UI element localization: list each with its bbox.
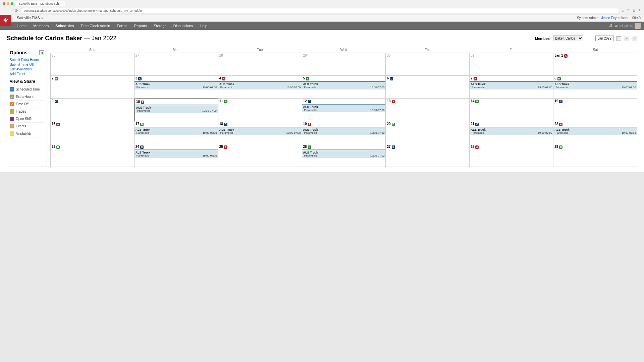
avatar[interactable]	[635, 23, 641, 29]
browser-tab[interactable]: Safeville EMS - Members Sch...	[15, 1, 65, 6]
calendar-cell[interactable]: 29	[302, 53, 386, 76]
shift-block[interactable]: ALS TruckParamedic19:00-07:00	[553, 81, 637, 89]
shift-block[interactable]: ALS TruckParamedic19:00-07:00	[218, 127, 302, 135]
calendar-cell[interactable]: 18CALS TruckParamedic19:00-07:00	[218, 121, 302, 144]
filter-checkbox[interactable]: ✓	[10, 95, 14, 99]
calendar-cell[interactable]: 27	[135, 53, 218, 76]
view-share-title: View & Share	[10, 79, 44, 84]
window-controls[interactable]	[3, 2, 13, 5]
admin-name-link[interactable]: Jesse Feyereisen	[601, 16, 628, 20]
filter-checkbox[interactable]: ✓	[10, 102, 14, 106]
calendar-cell[interactable]: 17BALS TruckParamedic19:00-07:00	[135, 121, 218, 144]
shift-block[interactable]: ALS TruckParamedic19:00-07:00	[302, 81, 386, 89]
shift-block[interactable]: ALS TruckParamedic19:00-07:00	[218, 81, 302, 89]
calendar-cell[interactable]: 21CALS TruckParamedic19:00-07:00	[470, 121, 553, 144]
next-month-button[interactable]: >	[632, 36, 637, 41]
nav-item-discussions[interactable]: Discussions	[170, 22, 197, 30]
calendar-cell[interactable]: 31	[470, 53, 553, 76]
shift-block[interactable]: ALS TruckParamedic19:00-07:00	[302, 149, 386, 158]
org-name[interactable]: Safeville EMS	[17, 16, 44, 20]
filter-checkbox[interactable]: ✓	[10, 109, 14, 114]
member-label: Member:	[535, 37, 550, 41]
calendar-cell[interactable]: 29B	[553, 144, 637, 167]
shift-block[interactable]: ALS TruckParamedic19:00-07:00	[470, 81, 553, 89]
url-bar[interactable]: secure11.aladtec.com/xxxxxxxxx/index.php…	[20, 8, 620, 13]
calendar-cell[interactable]: 28A	[470, 144, 553, 167]
nav-item-forms[interactable]: Forms	[113, 22, 130, 30]
option-link[interactable]: Submit Extra Hours	[10, 58, 44, 62]
option-link[interactable]: Edit Availability	[10, 67, 44, 71]
shift-block[interactable]: ALS TruckParamedic19:00-07:00	[135, 127, 218, 135]
calendar-cell[interactable]: 25A	[218, 144, 302, 167]
browser-toolbar-icons[interactable]: ☆⬚⧉⋮	[622, 9, 641, 13]
shift-block[interactable]: ALS TruckParamedic19:00-07:00	[302, 104, 386, 112]
brand-logo[interactable]	[0, 15, 11, 26]
shift-block[interactable]: ALS TruckParamedic19:00-07:00	[135, 105, 218, 113]
calendar-cell[interactable]: 10AALS TruckParamedic19:00-07:00	[135, 99, 218, 121]
member-select[interactable]: Baker, Carlos	[553, 36, 583, 41]
nav-item-storage[interactable]: Storage	[150, 22, 170, 30]
calendar-cell[interactable]: 26	[51, 53, 135, 76]
shift-detail: Paramedic19:00-07:00	[136, 86, 217, 89]
day-header: Tue	[218, 47, 302, 53]
nav-item-time-clock-admin[interactable]: Time Clock Admin	[77, 22, 113, 30]
filter-row[interactable]: ✓Events	[10, 123, 44, 130]
calendar-cell[interactable]: 5BALS TruckParamedic19:00-07:00	[302, 76, 386, 99]
calendar-cell[interactable]: 6C	[386, 76, 470, 99]
shift-block[interactable]: ALS TruckParamedic19:00-07:00	[470, 127, 553, 135]
calendar-cell[interactable]: 22AALS TruckParamedic19:00-07:00	[553, 121, 637, 144]
filter-checkbox[interactable]: ✓	[10, 124, 14, 128]
filter-row[interactable]: ✓Extra Hours	[10, 93, 44, 101]
calendar-cell[interactable]: 24CALS TruckParamedic19:00-07:00	[135, 144, 218, 167]
prev-month-button[interactable]: <	[624, 36, 629, 41]
filter-row[interactable]: ✓Time Off	[10, 101, 44, 108]
nav-item-help[interactable]: Help	[196, 22, 211, 30]
calendar-cell[interactable]: 16A	[51, 121, 135, 144]
calendar-cell[interactable]: 28	[218, 53, 302, 76]
filter-checkbox[interactable]: ✓	[10, 131, 14, 136]
filter-row[interactable]: ✓Availability	[10, 130, 44, 137]
filter-row[interactable]: ✓Scheduled Time	[10, 86, 44, 93]
calendar-cell[interactable]: 7AALS TruckParamedic19:00-07:00	[470, 76, 553, 99]
filter-row[interactable]: ✓Trades	[10, 108, 44, 115]
nav-item-reports[interactable]: Reports	[131, 22, 151, 30]
calendar-icon[interactable]	[616, 36, 621, 41]
calendar-cell[interactable]: 20B	[386, 121, 470, 144]
option-link[interactable]: Add Event	[10, 72, 44, 76]
nav-item-schedules[interactable]: Schedules	[52, 22, 77, 30]
shift-block[interactable]: ALS TruckParamedic19:00-07:00	[135, 149, 218, 158]
calendar-cell[interactable]: 4AALS TruckParamedic19:00-07:00	[218, 76, 302, 99]
filter-checkbox[interactable]	[10, 117, 14, 121]
shift-block[interactable]: ALS TruckParamedic19:00-07:00	[553, 127, 637, 135]
calendar-cell[interactable]: 27C	[386, 144, 470, 167]
print-icon[interactable]: 🖶	[609, 24, 613, 28]
calendar-cell[interactable]: 30	[386, 53, 470, 76]
calendar-cell[interactable]: 26BALS TruckParamedic19:00-07:00	[302, 144, 386, 167]
calendar-cell[interactable]: 15C	[553, 99, 637, 121]
refresh-icon[interactable]: ⟳	[15, 8, 18, 13]
calendar-cell[interactable]: 2B	[51, 76, 135, 99]
export-icon[interactable]: ⧉	[615, 24, 618, 28]
filter-checkbox[interactable]: ✓	[10, 87, 14, 92]
nav-item-members[interactable]: Members	[30, 22, 52, 30]
calendar-cell[interactable]: 12CALS TruckParamedic19:00-07:00	[302, 99, 386, 121]
calendar-cell[interactable]: 23B	[51, 144, 135, 167]
calendar-cell[interactable]: Jan 1A	[553, 53, 637, 76]
shift-type-badge: A	[308, 123, 311, 126]
shift-block[interactable]: ALS TruckParamedic19:00-07:00	[302, 127, 386, 135]
calendar-cell[interactable]: 13A	[386, 99, 470, 121]
day-number: 28A	[471, 145, 479, 149]
forward-icon[interactable]: →	[9, 8, 13, 13]
calendar-cell[interactable]: 3CALS TruckParamedic19:00-07:00	[135, 76, 218, 99]
calendar-cell[interactable]: 11B	[218, 99, 302, 121]
calendar-cell[interactable]: 19AALS TruckParamedic19:00-07:00	[302, 121, 386, 144]
back-icon[interactable]: ←	[3, 8, 7, 13]
collapse-icon[interactable]: ◀	[39, 50, 44, 55]
calendar-cell[interactable]: 8BALS TruckParamedic19:00-07:00	[553, 76, 637, 99]
shift-block[interactable]: ALS TruckParamedic19:00-07:00	[135, 81, 218, 89]
nav-item-home[interactable]: Home	[13, 22, 30, 30]
filter-row[interactable]: Open Shifts	[10, 115, 44, 123]
option-link[interactable]: Submit Time Off	[10, 63, 44, 66]
calendar-cell[interactable]: 14B	[470, 99, 553, 121]
calendar-cell[interactable]: 9C	[51, 99, 135, 121]
